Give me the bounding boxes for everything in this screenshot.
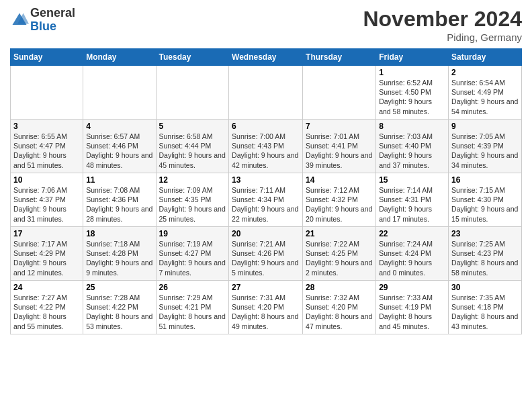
day-number: 1 [379,68,445,77]
day-info: Sunrise: 7:31 AM Sunset: 4:20 PM Dayligh… [232,293,300,331]
cell-w5-d1: 25Sunrise: 7:28 AM Sunset: 4:22 PM Dayli… [83,281,156,334]
day-number: 24 [13,283,80,292]
day-info: Sunrise: 7:24 AM Sunset: 4:24 PM Dayligh… [379,239,445,277]
day-number: 26 [159,283,226,292]
logo-general: General [30,7,75,20]
day-info: Sunrise: 6:52 AM Sunset: 4:50 PM Dayligh… [379,78,445,116]
week-row-3: 10Sunrise: 7:06 AM Sunset: 4:37 PM Dayli… [11,173,522,227]
cell-w1-d3 [229,66,303,120]
calendar-body: 1Sunrise: 6:52 AM Sunset: 4:50 PM Daylig… [11,66,522,334]
day-info: Sunrise: 7:25 AM Sunset: 4:23 PM Dayligh… [451,239,519,277]
col-sunday: Sunday [11,49,83,66]
title-block: November 2024 Piding, Germany [363,7,522,43]
week-row-5: 24Sunrise: 7:27 AM Sunset: 4:22 PM Dayli… [11,281,522,334]
calendar-header: Sunday Monday Tuesday Wednesday Thursday… [11,49,522,66]
day-number: 5 [159,122,226,131]
day-number: 29 [379,283,445,292]
day-info: Sunrise: 7:05 AM Sunset: 4:39 PM Dayligh… [451,132,519,170]
day-info: Sunrise: 7:27 AM Sunset: 4:22 PM Dayligh… [13,293,80,331]
day-number: 2 [451,68,519,77]
day-number: 17 [13,229,80,238]
logo-icon [10,11,29,30]
cell-w2-d1: 4Sunrise: 6:57 AM Sunset: 4:46 PM Daylig… [83,120,156,173]
cell-w3-d4: 14Sunrise: 7:12 AM Sunset: 4:32 PM Dayli… [303,173,376,227]
day-number: 15 [379,175,445,185]
day-info: Sunrise: 7:28 AM Sunset: 4:22 PM Dayligh… [86,293,152,331]
day-number: 11 [86,175,152,185]
day-number: 28 [306,283,373,292]
cell-w3-d3: 13Sunrise: 7:11 AM Sunset: 4:34 PM Dayli… [229,173,303,227]
week-row-4: 17Sunrise: 7:17 AM Sunset: 4:29 PM Dayli… [11,227,522,281]
day-info: Sunrise: 7:09 AM Sunset: 4:35 PM Dayligh… [159,185,226,224]
cell-w5-d2: 26Sunrise: 7:29 AM Sunset: 4:21 PM Dayli… [156,281,229,334]
day-number: 21 [306,229,373,238]
location: Piding, Germany [363,32,522,43]
cell-w2-d4: 7Sunrise: 7:01 AM Sunset: 4:41 PM Daylig… [303,120,376,173]
col-wednesday: Wednesday [229,49,303,66]
cell-w4-d6: 23Sunrise: 7:25 AM Sunset: 4:23 PM Dayli… [449,227,522,281]
cell-w5-d3: 27Sunrise: 7:31 AM Sunset: 4:20 PM Dayli… [229,281,303,334]
day-info: Sunrise: 7:12 AM Sunset: 4:32 PM Dayligh… [306,185,373,224]
cell-w1-d1 [83,66,156,120]
day-number: 8 [379,122,445,131]
cell-w1-d4 [303,66,376,120]
cell-w2-d5: 8Sunrise: 7:03 AM Sunset: 4:40 PM Daylig… [376,120,449,173]
cell-w4-d4: 21Sunrise: 7:22 AM Sunset: 4:25 PM Dayli… [303,227,376,281]
day-info: Sunrise: 7:14 AM Sunset: 4:31 PM Dayligh… [379,185,445,224]
cell-w5-d5: 29Sunrise: 7:33 AM Sunset: 4:19 PM Dayli… [376,281,449,334]
cell-w5-d4: 28Sunrise: 7:32 AM Sunset: 4:20 PM Dayli… [303,281,376,334]
cell-w4-d3: 20Sunrise: 7:21 AM Sunset: 4:26 PM Dayli… [229,227,303,281]
day-number: 18 [86,229,152,238]
cell-w5-d6: 30Sunrise: 7:35 AM Sunset: 4:18 PM Dayli… [449,281,522,334]
day-info: Sunrise: 6:54 AM Sunset: 4:49 PM Dayligh… [451,78,519,116]
day-info: Sunrise: 6:57 AM Sunset: 4:46 PM Dayligh… [86,132,152,170]
col-monday: Monday [83,49,156,66]
day-number: 10 [13,175,80,185]
cell-w5-d0: 24Sunrise: 7:27 AM Sunset: 4:22 PM Dayli… [11,281,83,334]
cell-w2-d6: 9Sunrise: 7:05 AM Sunset: 4:39 PM Daylig… [449,120,522,173]
cell-w3-d2: 12Sunrise: 7:09 AM Sunset: 4:35 PM Dayli… [156,173,229,227]
cell-w3-d1: 11Sunrise: 7:08 AM Sunset: 4:36 PM Dayli… [83,173,156,227]
day-info: Sunrise: 7:00 AM Sunset: 4:43 PM Dayligh… [232,132,300,170]
day-number: 20 [232,229,300,238]
day-info: Sunrise: 7:06 AM Sunset: 4:37 PM Dayligh… [13,185,80,224]
day-number: 16 [451,175,519,185]
week-row-2: 3Sunrise: 6:55 AM Sunset: 4:47 PM Daylig… [11,120,522,173]
cell-w4-d5: 22Sunrise: 7:24 AM Sunset: 4:24 PM Dayli… [376,227,449,281]
cell-w1-d6: 2Sunrise: 6:54 AM Sunset: 4:49 PM Daylig… [449,66,522,120]
day-number: 12 [159,175,226,185]
day-number: 27 [232,283,300,292]
cell-w1-d0 [11,66,83,120]
day-number: 19 [159,229,226,238]
week-row-1: 1Sunrise: 6:52 AM Sunset: 4:50 PM Daylig… [11,66,522,120]
day-number: 23 [451,229,519,238]
day-number: 9 [451,122,519,131]
cell-w4-d1: 18Sunrise: 7:18 AM Sunset: 4:28 PM Dayli… [83,227,156,281]
header-row: Sunday Monday Tuesday Wednesday Thursday… [11,49,522,66]
col-tuesday: Tuesday [156,49,229,66]
logo-text: General Blue [30,7,75,34]
cell-w4-d0: 17Sunrise: 7:17 AM Sunset: 4:29 PM Dayli… [11,227,83,281]
cell-w4-d2: 19Sunrise: 7:19 AM Sunset: 4:27 PM Dayli… [156,227,229,281]
day-number: 6 [232,122,300,131]
day-info: Sunrise: 6:58 AM Sunset: 4:44 PM Dayligh… [159,132,226,170]
day-info: Sunrise: 6:55 AM Sunset: 4:47 PM Dayligh… [13,132,80,170]
day-number: 22 [379,229,445,238]
logo: General Blue [10,7,75,34]
day-number: 3 [13,122,80,131]
day-info: Sunrise: 7:33 AM Sunset: 4:19 PM Dayligh… [379,293,445,331]
day-info: Sunrise: 7:08 AM Sunset: 4:36 PM Dayligh… [86,185,152,224]
month-title: November 2024 [363,7,522,32]
cell-w3-d0: 10Sunrise: 7:06 AM Sunset: 4:37 PM Dayli… [11,173,83,227]
col-friday: Friday [376,49,449,66]
logo-blue: Blue [30,20,75,34]
header: General Blue November 2024 Piding, Germa… [10,7,522,43]
day-info: Sunrise: 7:19 AM Sunset: 4:27 PM Dayligh… [159,239,226,277]
day-number: 4 [86,122,152,131]
day-info: Sunrise: 7:35 AM Sunset: 4:18 PM Dayligh… [451,293,519,331]
cell-w3-d6: 16Sunrise: 7:15 AM Sunset: 4:30 PM Dayli… [449,173,522,227]
day-info: Sunrise: 7:32 AM Sunset: 4:20 PM Dayligh… [306,293,373,331]
col-saturday: Saturday [449,49,522,66]
cell-w2-d0: 3Sunrise: 6:55 AM Sunset: 4:47 PM Daylig… [11,120,83,173]
day-info: Sunrise: 7:15 AM Sunset: 4:30 PM Dayligh… [451,185,519,224]
